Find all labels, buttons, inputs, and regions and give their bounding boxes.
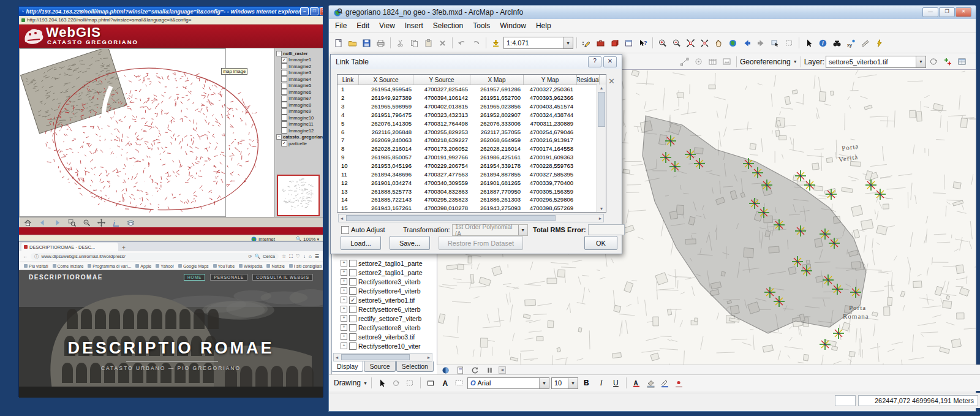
zoom-box-icon[interactable]	[66, 216, 78, 229]
ok-button[interactable]: OK	[584, 236, 617, 250]
font-combo[interactable]: O Arial ▼	[467, 377, 549, 389]
save-button[interactable]: Save...	[390, 236, 430, 250]
load-button[interactable]: Load...	[341, 236, 381, 250]
link-table-row[interactable]: 4261951,7964754700323,432313261952,80290…	[337, 111, 606, 119]
bookmark-item[interactable]: YouTube	[213, 264, 235, 268]
maximize-button[interactable]: ❐	[939, 7, 955, 17]
tree-item[interactable]: Immagine6	[276, 89, 322, 96]
expand-icon[interactable]: +	[341, 333, 347, 340]
tree-item[interactable]: Immagine5	[276, 83, 322, 89]
marker-dot-icon[interactable]	[673, 377, 685, 390]
scale-dropdown-arrow[interactable]: ▼	[563, 37, 573, 48]
toc-layer[interactable]: +Rectifysettore8_viterb	[332, 323, 437, 332]
redo-icon[interactable]	[470, 37, 483, 50]
tree-item-checkbox[interactable]	[281, 96, 287, 102]
sel-dis-icon[interactable]	[404, 377, 417, 390]
expand-icon[interactable]: +	[341, 324, 347, 331]
standard-toolbar[interactable]: 1:4.071 ▼ ? ixy	[329, 33, 976, 53]
editor-icon[interactable]	[580, 37, 593, 50]
toc-layer[interactable]: +Rectifysettore4_viterb	[332, 286, 437, 295]
linktable-icn-icon[interactable]	[956, 55, 968, 68]
tree-group[interactable]: −catasto_gregoriano	[276, 134, 322, 141]
layer-checkbox[interactable]	[349, 333, 356, 341]
tree-item-checkbox[interactable]: ✓	[281, 57, 287, 63]
pan-cross-icon[interactable]	[95, 216, 108, 229]
auto-adjust-checkbox[interactable]	[341, 226, 349, 234]
column-header-y-source[interactable]: Y Source	[413, 75, 470, 85]
toc-tab-selection[interactable]: Selection	[396, 361, 434, 372]
bookmark-item[interactable]: Google Maps	[178, 264, 209, 268]
tree-item[interactable]: Immagine7	[276, 96, 322, 102]
collapse-icon[interactable]: −	[276, 51, 282, 56]
help-button[interactable]: ?	[588, 56, 601, 67]
scale-combo[interactable]: 1:4.071 ▼	[503, 37, 573, 49]
tree-group[interactable]: −nolli_raster	[276, 50, 322, 57]
site-nav-home[interactable]: HOME	[184, 274, 206, 281]
bold-button[interactable]: B	[580, 377, 593, 390]
drawing-toolbar[interactable]: Drawing▼ A O Arial ▼ 10 ▼ B I U A	[329, 374, 980, 391]
tree-item-checkbox[interactable]: ✓	[281, 140, 287, 146]
text-A-icon[interactable]: A	[439, 377, 451, 390]
layer-checkbox[interactable]	[349, 324, 356, 331]
home-icon[interactable]	[21, 216, 34, 229]
add-data-icon[interactable]	[489, 37, 502, 50]
back-icon[interactable]: ←	[23, 254, 28, 259]
add-ctrl-icon[interactable]	[941, 55, 954, 68]
overview-map[interactable]	[277, 175, 320, 216]
minimize-button[interactable]: —	[922, 7, 938, 17]
bookmark-item[interactable]: Notizie	[266, 264, 284, 268]
find-icon[interactable]	[831, 37, 843, 50]
tree-item[interactable]: Immagine12	[276, 127, 322, 134]
expand-icon[interactable]: +	[341, 278, 347, 285]
toc-layer[interactable]: +rectify_settore7_viterb	[332, 314, 437, 323]
close-button[interactable]: ✕	[320, 7, 323, 15]
scale-value[interactable]: 1:4.071	[507, 39, 529, 47]
bookmark-item[interactable]: Più visitati	[24, 264, 48, 268]
menu-help[interactable]: Help	[536, 21, 551, 30]
dialog-close-button[interactable]: ✕	[603, 56, 617, 67]
fixed-in-icon[interactable]	[684, 37, 697, 50]
browser-tab[interactable]: DESCRIPTIOROMAE - DESC...	[21, 243, 118, 251]
expand-icon[interactable]: +	[341, 297, 347, 303]
menu-edit[interactable]: Edit	[356, 21, 369, 30]
toc-layer[interactable]: +Rectifysettore6_viterb	[332, 304, 437, 314]
expand-icon[interactable]: +	[341, 342, 347, 349]
select-feat-icon[interactable]	[769, 37, 782, 50]
menu-window[interactable]: Window	[500, 21, 526, 30]
tree-item[interactable]: Immagine4	[276, 76, 322, 83]
tree-item-checkbox[interactable]	[281, 115, 287, 121]
font-size-combo[interactable]: 10 ▼	[551, 377, 578, 389]
menu-selection[interactable]: Selection	[433, 21, 463, 30]
expand-icon[interactable]: +	[341, 287, 347, 294]
search-label[interactable]: Cerca	[263, 254, 275, 259]
measure-icon[interactable]	[859, 37, 872, 50]
link-table-row[interactable]: 2261949,9273894700394,106142261951,65270…	[337, 94, 606, 102]
column-header-residual[interactable]: Residual	[577, 75, 600, 85]
toc-tab-source[interactable]: Source	[364, 361, 395, 372]
column-header-x-source[interactable]: X Source	[359, 75, 413, 85]
layer-tree-panel[interactable]: −nolli_raster✓Immagine1Immagine2Immagine…	[274, 48, 323, 217]
toc-layer[interactable]: +settore2_taglio1_parte	[332, 259, 437, 268]
open-folder-icon[interactable]	[346, 37, 359, 50]
copy-icon[interactable]	[408, 37, 421, 50]
expand-icon[interactable]: +	[341, 315, 347, 322]
site-nav-consulta-il-webgis[interactable]: CONSULTA IL WEBGIS	[252, 274, 313, 281]
tree-item[interactable]: Immagine8	[276, 102, 322, 108]
expand-icon[interactable]: +	[341, 306, 347, 312]
site-info-icon[interactable]: ⓘ	[34, 254, 39, 260]
menu-file[interactable]: File	[335, 21, 347, 30]
tree-item-checkbox[interactable]	[281, 127, 287, 134]
layer-checkbox[interactable]	[349, 306, 356, 313]
bucket-icon[interactable]	[644, 377, 657, 390]
browser-action-icon[interactable]: ☆	[282, 254, 286, 260]
tree-item[interactable]: Immagine10	[276, 115, 322, 121]
column-header-x-map[interactable]: X Map	[470, 75, 524, 85]
pointer-icon[interactable]	[375, 377, 388, 390]
tree-item[interactable]: ✓particelle	[276, 140, 322, 147]
webgis-map-area[interactable]: map image −nolli_raster✓Immagine1Immagin…	[19, 48, 323, 217]
browser-action-icon[interactable]: ♡	[296, 254, 300, 260]
link-table-row[interactable]: 11261894,3486964700327,477563261894,8878…	[337, 170, 606, 178]
menu-insert[interactable]: Insert	[405, 21, 423, 30]
layer-checkbox[interactable]	[349, 260, 356, 267]
zoom-in-icon[interactable]	[656, 37, 669, 50]
